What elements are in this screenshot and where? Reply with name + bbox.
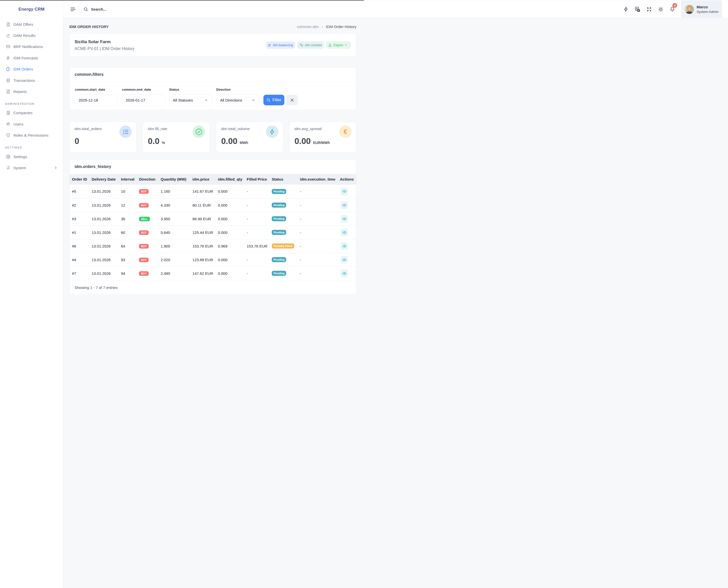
svg-text:3: 3 [123, 132, 124, 135]
